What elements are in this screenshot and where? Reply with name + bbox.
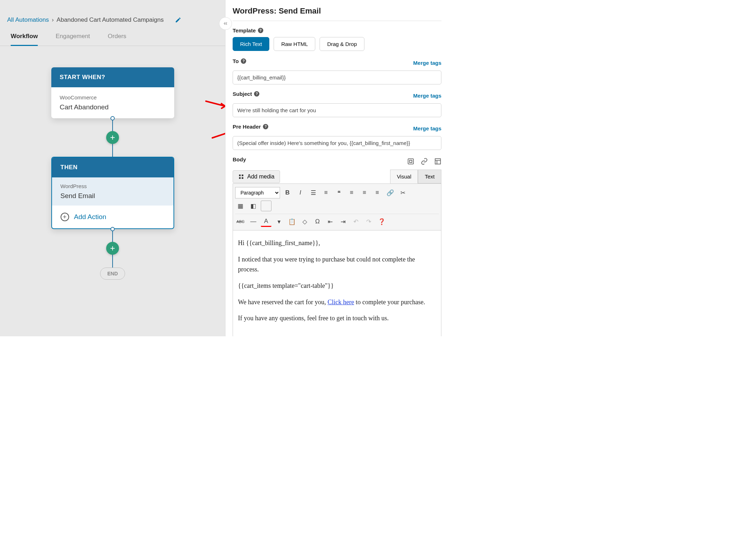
body-p1: Hi {{cart_billing_first_name}}, xyxy=(238,238,436,248)
chevron-right-icon: › xyxy=(52,16,54,24)
body-label: Body xyxy=(233,156,246,162)
add-media-button[interactable]: Add media xyxy=(233,170,280,183)
connector-line xyxy=(112,143,113,157)
editor-tab-visual[interactable]: Visual xyxy=(390,170,418,183)
svg-rect-1 xyxy=(435,159,441,164)
breadcrumb-home[interactable]: All Automations xyxy=(7,16,49,24)
body-click-here-link[interactable]: Click here xyxy=(327,299,354,306)
align-right-button[interactable]: ≡ xyxy=(372,187,383,198)
format-select[interactable]: Paragraph xyxy=(235,187,280,198)
template-rich-text-button[interactable]: Rich Text xyxy=(233,37,269,51)
text-color-button[interactable]: A xyxy=(261,216,271,227)
start-node[interactable]: START WHEN? WooCommerce Cart Abandoned xyxy=(51,67,174,118)
end-pill: END xyxy=(100,268,125,280)
hr-button[interactable]: — xyxy=(248,216,259,227)
add-action-label: Add Action xyxy=(74,213,107,221)
toolbar-btn[interactable]: ◧ xyxy=(248,201,259,211)
connector-dot xyxy=(110,116,115,120)
tab-engagement[interactable]: Engagement xyxy=(56,33,90,46)
then-small-label: WordPress xyxy=(61,183,165,189)
toolbar-btn[interactable] xyxy=(261,201,271,211)
help-icon[interactable]: ? xyxy=(241,58,246,64)
template-preview-icon[interactable] xyxy=(407,158,414,165)
editor-body[interactable]: Hi {{cart_billing_first_name}}, I notice… xyxy=(233,230,441,336)
link-button[interactable]: 🔗 xyxy=(385,187,395,198)
unlink-button[interactable]: ✂ xyxy=(398,187,408,198)
paste-button[interactable]: 📋 xyxy=(286,216,297,227)
template-drag-drop-button[interactable]: Drag & Drop xyxy=(320,37,364,51)
edit-icon[interactable] xyxy=(175,17,181,23)
to-input[interactable] xyxy=(233,71,441,84)
then-header: THEN xyxy=(52,157,173,177)
align-left-button[interactable]: ≡ xyxy=(346,187,357,198)
svg-rect-0 xyxy=(408,159,414,164)
bullet-list-button[interactable]: ☰ xyxy=(308,187,318,198)
indent-button[interactable]: ⇥ xyxy=(338,216,348,227)
help-icon[interactable]: ? xyxy=(254,91,259,97)
help-button[interactable]: ❓ xyxy=(376,216,387,227)
template-raw-html-button[interactable]: Raw HTML xyxy=(274,37,315,51)
breadcrumb: All Automations › Abandoned Cart Automat… xyxy=(0,0,225,24)
then-node[interactable]: THEN WordPress Send Email + Add Action xyxy=(51,157,174,229)
subject-label: Subject ? xyxy=(233,91,259,97)
italic-button[interactable]: I xyxy=(295,187,306,198)
add-action-button[interactable]: + Add Action xyxy=(52,206,173,228)
merge-tags-link[interactable]: Merge tags xyxy=(413,93,441,99)
redo-button[interactable]: ↷ xyxy=(363,216,374,227)
help-icon[interactable]: ? xyxy=(263,124,268,129)
body-p3: {{cart_items template="cart-table"}} xyxy=(238,281,436,291)
merge-tags-link[interactable]: Merge tags xyxy=(413,125,441,131)
add-step-button[interactable]: + xyxy=(106,131,119,144)
editor-tab-text[interactable]: Text xyxy=(418,170,441,183)
start-big-label: Cart Abandoned xyxy=(60,103,166,111)
bold-button[interactable]: B xyxy=(282,187,293,198)
special-char-button[interactable]: Ω xyxy=(312,216,323,227)
editor-toolbar: Paragraph B I ☰ ≡ ❝ ≡ ≡ ≡ 🔗 ✂ ▦ ◧ xyxy=(233,183,441,230)
connector-dot xyxy=(110,227,115,231)
undo-button[interactable]: ↶ xyxy=(351,216,361,227)
tab-orders[interactable]: Orders xyxy=(108,33,126,46)
dropdown-icon[interactable]: ▾ xyxy=(274,216,284,227)
body-p5: If you have any questions, feel free to … xyxy=(238,313,436,323)
add-step-button[interactable]: + xyxy=(106,242,119,255)
help-icon[interactable]: ? xyxy=(258,28,263,33)
collapse-panel-button[interactable] xyxy=(219,17,232,30)
layout-icon[interactable] xyxy=(434,158,441,165)
body-p4: We have reserved the cart for you, Click… xyxy=(238,297,436,307)
then-big-label: Send Email xyxy=(61,192,165,200)
template-label: Template ? xyxy=(233,27,441,33)
quote-button[interactable]: ❝ xyxy=(333,187,344,198)
strikethrough-button[interactable]: ABC xyxy=(235,216,246,227)
workflow-canvas: START WHEN? WooCommerce Cart Abandoned +… xyxy=(0,46,225,280)
preheader-label: Pre Header ? xyxy=(233,124,268,130)
merge-tags-link[interactable]: Merge tags xyxy=(413,60,441,66)
link-icon[interactable] xyxy=(421,158,428,165)
start-header: START WHEN? xyxy=(51,67,174,87)
subject-input[interactable] xyxy=(233,103,441,117)
to-label: To ? xyxy=(233,58,246,64)
toolbar-btn[interactable]: ▦ xyxy=(235,201,246,211)
preheader-input[interactable] xyxy=(233,136,441,150)
panel-title: WordPress: Send Email xyxy=(233,6,441,16)
clear-format-button[interactable]: ◇ xyxy=(299,216,310,227)
tab-workflow[interactable]: Workflow xyxy=(11,33,38,46)
breadcrumb-current: Abandoned Cart Automated Campaigns xyxy=(57,16,164,24)
tabs: Workflow Engagement Orders xyxy=(0,24,225,46)
outdent-button[interactable]: ⇤ xyxy=(325,216,336,227)
start-small-label: WooCommerce xyxy=(60,94,166,100)
connector-line xyxy=(112,254,113,268)
align-center-button[interactable]: ≡ xyxy=(359,187,370,198)
plus-icon: + xyxy=(61,213,69,221)
body-p2: I noticed that you were trying to purcha… xyxy=(238,255,436,275)
numbered-list-button[interactable]: ≡ xyxy=(321,187,331,198)
